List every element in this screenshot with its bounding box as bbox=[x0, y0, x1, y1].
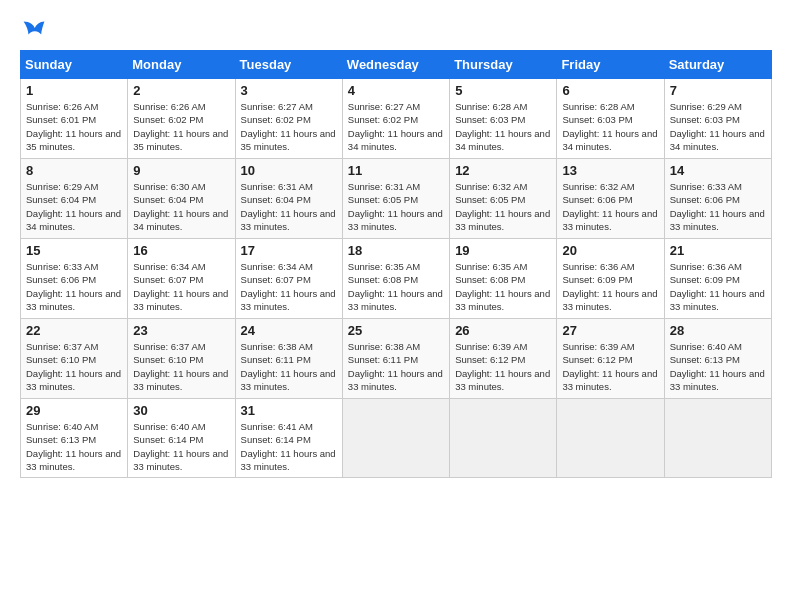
calendar-cell: 23Sunrise: 6:37 AMSunset: 6:10 PMDayligh… bbox=[128, 319, 235, 399]
day-number: 9 bbox=[133, 163, 229, 178]
calendar-cell: 4Sunrise: 6:27 AMSunset: 6:02 PMDaylight… bbox=[342, 79, 449, 159]
calendar-cell: 10Sunrise: 6:31 AMSunset: 6:04 PMDayligh… bbox=[235, 159, 342, 239]
day-number: 1 bbox=[26, 83, 122, 98]
calendar-cell: 29Sunrise: 6:40 AMSunset: 6:13 PMDayligh… bbox=[21, 399, 128, 478]
calendar-table: SundayMondayTuesdayWednesdayThursdayFrid… bbox=[20, 50, 772, 478]
calendar-cell: 21Sunrise: 6:36 AMSunset: 6:09 PMDayligh… bbox=[664, 239, 771, 319]
day-info: Sunrise: 6:27 AMSunset: 6:02 PMDaylight:… bbox=[241, 100, 337, 153]
calendar-cell: 6Sunrise: 6:28 AMSunset: 6:03 PMDaylight… bbox=[557, 79, 664, 159]
day-info: Sunrise: 6:38 AMSunset: 6:11 PMDaylight:… bbox=[241, 340, 337, 393]
day-number: 22 bbox=[26, 323, 122, 338]
day-number: 20 bbox=[562, 243, 658, 258]
calendar-cell bbox=[664, 399, 771, 478]
calendar-cell: 9Sunrise: 6:30 AMSunset: 6:04 PMDaylight… bbox=[128, 159, 235, 239]
day-info: Sunrise: 6:30 AMSunset: 6:04 PMDaylight:… bbox=[133, 180, 229, 233]
day-number: 10 bbox=[241, 163, 337, 178]
day-number: 2 bbox=[133, 83, 229, 98]
calendar-cell: 30Sunrise: 6:40 AMSunset: 6:14 PMDayligh… bbox=[128, 399, 235, 478]
day-info: Sunrise: 6:40 AMSunset: 6:14 PMDaylight:… bbox=[133, 420, 229, 473]
day-info: Sunrise: 6:34 AMSunset: 6:07 PMDaylight:… bbox=[133, 260, 229, 313]
calendar-cell: 17Sunrise: 6:34 AMSunset: 6:07 PMDayligh… bbox=[235, 239, 342, 319]
calendar-cell: 12Sunrise: 6:32 AMSunset: 6:05 PMDayligh… bbox=[450, 159, 557, 239]
day-number: 23 bbox=[133, 323, 229, 338]
day-number: 16 bbox=[133, 243, 229, 258]
calendar-cell: 3Sunrise: 6:27 AMSunset: 6:02 PMDaylight… bbox=[235, 79, 342, 159]
calendar-cell: 20Sunrise: 6:36 AMSunset: 6:09 PMDayligh… bbox=[557, 239, 664, 319]
calendar-cell: 2Sunrise: 6:26 AMSunset: 6:02 PMDaylight… bbox=[128, 79, 235, 159]
calendar-cell: 24Sunrise: 6:38 AMSunset: 6:11 PMDayligh… bbox=[235, 319, 342, 399]
col-header-thursday: Thursday bbox=[450, 51, 557, 79]
day-number: 8 bbox=[26, 163, 122, 178]
day-info: Sunrise: 6:33 AMSunset: 6:06 PMDaylight:… bbox=[26, 260, 122, 313]
day-number: 6 bbox=[562, 83, 658, 98]
calendar-cell: 8Sunrise: 6:29 AMSunset: 6:04 PMDaylight… bbox=[21, 159, 128, 239]
day-info: Sunrise: 6:26 AMSunset: 6:01 PMDaylight:… bbox=[26, 100, 122, 153]
calendar-cell: 22Sunrise: 6:37 AMSunset: 6:10 PMDayligh… bbox=[21, 319, 128, 399]
day-number: 24 bbox=[241, 323, 337, 338]
calendar-cell: 18Sunrise: 6:35 AMSunset: 6:08 PMDayligh… bbox=[342, 239, 449, 319]
day-number: 27 bbox=[562, 323, 658, 338]
day-info: Sunrise: 6:32 AMSunset: 6:05 PMDaylight:… bbox=[455, 180, 551, 233]
day-number: 31 bbox=[241, 403, 337, 418]
calendar-cell: 7Sunrise: 6:29 AMSunset: 6:03 PMDaylight… bbox=[664, 79, 771, 159]
day-number: 13 bbox=[562, 163, 658, 178]
logo bbox=[20, 20, 46, 40]
calendar-cell: 11Sunrise: 6:31 AMSunset: 6:05 PMDayligh… bbox=[342, 159, 449, 239]
calendar-week-1: 1Sunrise: 6:26 AMSunset: 6:01 PMDaylight… bbox=[21, 79, 772, 159]
calendar-cell bbox=[450, 399, 557, 478]
col-header-sunday: Sunday bbox=[21, 51, 128, 79]
logo-bird-icon bbox=[22, 20, 46, 40]
day-info: Sunrise: 6:35 AMSunset: 6:08 PMDaylight:… bbox=[455, 260, 551, 313]
day-info: Sunrise: 6:27 AMSunset: 6:02 PMDaylight:… bbox=[348, 100, 444, 153]
day-number: 26 bbox=[455, 323, 551, 338]
calendar-cell: 26Sunrise: 6:39 AMSunset: 6:12 PMDayligh… bbox=[450, 319, 557, 399]
calendar-cell: 27Sunrise: 6:39 AMSunset: 6:12 PMDayligh… bbox=[557, 319, 664, 399]
day-info: Sunrise: 6:36 AMSunset: 6:09 PMDaylight:… bbox=[670, 260, 766, 313]
day-number: 7 bbox=[670, 83, 766, 98]
day-info: Sunrise: 6:28 AMSunset: 6:03 PMDaylight:… bbox=[562, 100, 658, 153]
col-header-wednesday: Wednesday bbox=[342, 51, 449, 79]
day-number: 19 bbox=[455, 243, 551, 258]
calendar-header-row: SundayMondayTuesdayWednesdayThursdayFrid… bbox=[21, 51, 772, 79]
calendar-week-5: 29Sunrise: 6:40 AMSunset: 6:13 PMDayligh… bbox=[21, 399, 772, 478]
calendar-cell: 5Sunrise: 6:28 AMSunset: 6:03 PMDaylight… bbox=[450, 79, 557, 159]
col-header-friday: Friday bbox=[557, 51, 664, 79]
day-number: 11 bbox=[348, 163, 444, 178]
day-info: Sunrise: 6:38 AMSunset: 6:11 PMDaylight:… bbox=[348, 340, 444, 393]
day-info: Sunrise: 6:39 AMSunset: 6:12 PMDaylight:… bbox=[455, 340, 551, 393]
day-info: Sunrise: 6:28 AMSunset: 6:03 PMDaylight:… bbox=[455, 100, 551, 153]
day-number: 30 bbox=[133, 403, 229, 418]
calendar-cell: 28Sunrise: 6:40 AMSunset: 6:13 PMDayligh… bbox=[664, 319, 771, 399]
col-header-monday: Monday bbox=[128, 51, 235, 79]
day-info: Sunrise: 6:41 AMSunset: 6:14 PMDaylight:… bbox=[241, 420, 337, 473]
day-info: Sunrise: 6:29 AMSunset: 6:03 PMDaylight:… bbox=[670, 100, 766, 153]
calendar-week-2: 8Sunrise: 6:29 AMSunset: 6:04 PMDaylight… bbox=[21, 159, 772, 239]
day-number: 12 bbox=[455, 163, 551, 178]
day-info: Sunrise: 6:39 AMSunset: 6:12 PMDaylight:… bbox=[562, 340, 658, 393]
day-info: Sunrise: 6:40 AMSunset: 6:13 PMDaylight:… bbox=[26, 420, 122, 473]
day-info: Sunrise: 6:31 AMSunset: 6:04 PMDaylight:… bbox=[241, 180, 337, 233]
day-info: Sunrise: 6:35 AMSunset: 6:08 PMDaylight:… bbox=[348, 260, 444, 313]
calendar-cell: 13Sunrise: 6:32 AMSunset: 6:06 PMDayligh… bbox=[557, 159, 664, 239]
calendar-week-4: 22Sunrise: 6:37 AMSunset: 6:10 PMDayligh… bbox=[21, 319, 772, 399]
day-number: 5 bbox=[455, 83, 551, 98]
day-number: 3 bbox=[241, 83, 337, 98]
col-header-saturday: Saturday bbox=[664, 51, 771, 79]
day-number: 29 bbox=[26, 403, 122, 418]
calendar-cell: 16Sunrise: 6:34 AMSunset: 6:07 PMDayligh… bbox=[128, 239, 235, 319]
calendar-cell: 31Sunrise: 6:41 AMSunset: 6:14 PMDayligh… bbox=[235, 399, 342, 478]
day-info: Sunrise: 6:33 AMSunset: 6:06 PMDaylight:… bbox=[670, 180, 766, 233]
calendar-cell bbox=[557, 399, 664, 478]
day-number: 28 bbox=[670, 323, 766, 338]
day-info: Sunrise: 6:40 AMSunset: 6:13 PMDaylight:… bbox=[670, 340, 766, 393]
day-info: Sunrise: 6:37 AMSunset: 6:10 PMDaylight:… bbox=[133, 340, 229, 393]
day-info: Sunrise: 6:34 AMSunset: 6:07 PMDaylight:… bbox=[241, 260, 337, 313]
calendar-cell: 25Sunrise: 6:38 AMSunset: 6:11 PMDayligh… bbox=[342, 319, 449, 399]
calendar-week-3: 15Sunrise: 6:33 AMSunset: 6:06 PMDayligh… bbox=[21, 239, 772, 319]
day-info: Sunrise: 6:31 AMSunset: 6:05 PMDaylight:… bbox=[348, 180, 444, 233]
calendar-cell: 1Sunrise: 6:26 AMSunset: 6:01 PMDaylight… bbox=[21, 79, 128, 159]
day-number: 15 bbox=[26, 243, 122, 258]
day-info: Sunrise: 6:32 AMSunset: 6:06 PMDaylight:… bbox=[562, 180, 658, 233]
day-number: 17 bbox=[241, 243, 337, 258]
col-header-tuesday: Tuesday bbox=[235, 51, 342, 79]
